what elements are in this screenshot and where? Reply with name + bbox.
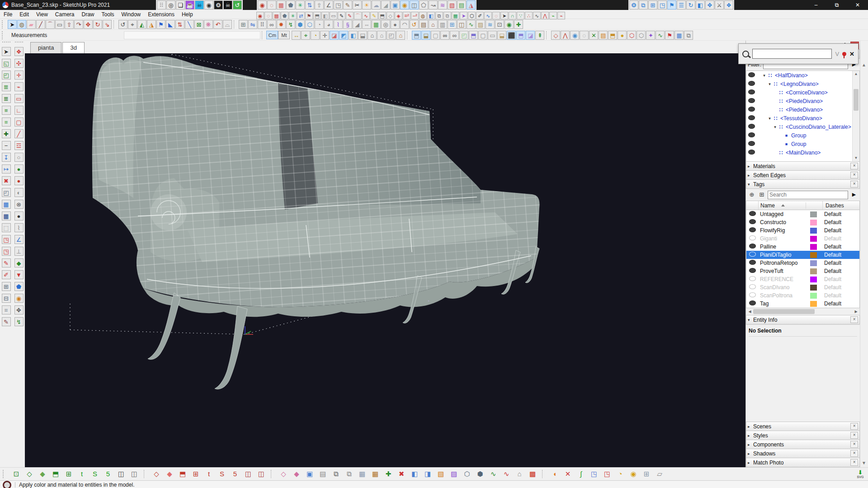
- diamond-white-icon[interactable]: ◇: [387, 12, 394, 19]
- visibility-eye-icon[interactable]: [749, 235, 756, 240]
- visibility-eye-icon[interactable]: [748, 132, 755, 137]
- solid-union-icon[interactable]: ⬢: [296, 20, 305, 29]
- path-dots-icon[interactable]: ⌁: [14, 82, 24, 91]
- toolbar-drag-handle[interactable]: [3, 470, 7, 478]
- ramp-wedge-icon[interactable]: ◢: [381, 0, 390, 9]
- close-icon[interactable]: ×: [850, 172, 858, 178]
- curve-blue-icon[interactable]: ∿: [484, 12, 492, 19]
- penta-blue-icon[interactable]: ⬟: [14, 282, 24, 291]
- rows-gray-icon[interactable]: ▤: [318, 469, 328, 479]
- pin-icon[interactable]: [842, 52, 846, 56]
- tag-color-swatch[interactable]: [810, 285, 817, 291]
- add-tag-icon[interactable]: ⊕: [748, 191, 756, 199]
- roof-box-icon[interactable]: ◰: [387, 31, 396, 40]
- outliner-item[interactable]: ▾∷<CuscinoDivano_Laterale>: [746, 122, 853, 131]
- close-search-icon[interactable]: ✕: [849, 51, 854, 57]
- quad-grid-icon[interactable]: ⊞: [648, 0, 657, 9]
- visibility-eye-icon[interactable]: [748, 107, 755, 112]
- viewport-canvas[interactable]: [25, 53, 745, 467]
- grid-fill-icon[interactable]: ▦: [2, 200, 11, 209]
- expand-arrow-icon[interactable]: ▸: [748, 173, 753, 178]
- shift-loop-icon[interactable]: ↦: [2, 164, 11, 174]
- visibility-eye-icon[interactable]: [749, 284, 756, 289]
- frame-slash-blue-icon[interactable]: ◳: [589, 469, 599, 479]
- net-gray-icon[interactable]: ⬡: [637, 31, 646, 40]
- delete-loop-icon[interactable]: ✖: [2, 176, 11, 185]
- visibility-eye-icon[interactable]: [749, 244, 756, 249]
- menu-tools[interactable]: Tools: [98, 11, 118, 18]
- box-tan-icon[interactable]: ⬓: [497, 31, 506, 40]
- spiral-orange-icon[interactable]: ↺: [410, 20, 419, 29]
- panel-section-styles[interactable]: ▸Styles×: [746, 431, 860, 440]
- triangle-blue-icon[interactable]: ◣: [166, 20, 175, 29]
- diamond-out-green-icon[interactable]: ◇: [24, 469, 34, 479]
- house-small-icon[interactable]: ⌂: [514, 469, 524, 479]
- ring-add-icon[interactable]: ✚: [2, 129, 11, 138]
- visibility-eye-icon[interactable]: [749, 292, 756, 297]
- fan-pink-icon[interactable]: ❋: [204, 20, 213, 29]
- tags-search-input[interactable]: [768, 191, 848, 199]
- black-net-icon[interactable]: ⬡: [468, 12, 476, 19]
- red-frame-alt-icon[interactable]: ◳: [2, 247, 11, 256]
- glasses-light-icon[interactable]: ∞: [450, 31, 459, 40]
- close-icon[interactable]: ×: [850, 316, 858, 323]
- red-dot-line-icon[interactable]: ⌁: [557, 12, 565, 19]
- bolt-green-icon[interactable]: ↯: [14, 317, 24, 326]
- updown-red-icon[interactable]: ⇅: [175, 20, 184, 29]
- swap-arrows-icon[interactable]: ⇄: [297, 12, 305, 19]
- tag-color-swatch[interactable]: [810, 293, 817, 299]
- svg-export-icon[interactable]: ⬇ SVG: [854, 470, 866, 479]
- cubes-red-icon[interactable]: ⊞: [191, 469, 201, 479]
- tag-row[interactable]: REFERENCEDefault: [746, 275, 859, 283]
- book-b-icon[interactable]: ◫: [129, 469, 139, 479]
- tag-dashes-value[interactable]: Default: [821, 284, 859, 291]
- copy-doc-alt-icon[interactable]: ⧉: [443, 12, 451, 19]
- tag-dashes-value[interactable]: Default: [821, 268, 859, 274]
- visibility-eye-icon[interactable]: [749, 219, 756, 224]
- arc-tool-icon[interactable]: ⌒: [46, 20, 55, 29]
- grid-corner-icon[interactable]: ◰: [2, 188, 11, 197]
- gas-mask-icon[interactable]: ☠: [195, 0, 204, 9]
- panel-section-scenes[interactable]: ▸Scenes×: [746, 422, 860, 431]
- tag-dashes-value[interactable]: Default: [821, 211, 859, 217]
- cloud-icon[interactable]: ☁: [372, 0, 381, 9]
- tag-dashes-value[interactable]: Default: [821, 260, 859, 266]
- minus-two-icon[interactable]: −²: [411, 12, 419, 19]
- show-hidden-eye-icon[interactable]: ◉: [204, 0, 213, 9]
- ruler-stamp-icon[interactable]: ◧: [321, 12, 329, 19]
- pin-flag-icon[interactable]: ⚑: [305, 12, 313, 19]
- hash-grid-icon[interactable]: ⌗: [2, 305, 11, 314]
- toolbar-drag-handle[interactable]: [2, 42, 10, 45]
- close-icon[interactable]: ×: [850, 423, 858, 430]
- outliner-item[interactable]: ▾∷<HalfDivano>: [746, 71, 853, 80]
- step-5-green-icon[interactable]: 5: [103, 469, 113, 479]
- sphere-amber-icon[interactable]: ●: [618, 31, 627, 40]
- circle-square-green-icon[interactable]: ⊡: [11, 469, 21, 479]
- text-t-red-icon[interactable]: t: [204, 469, 214, 479]
- a1-frame-icon[interactable]: ◳: [334, 0, 343, 9]
- shell-quarter-icon[interactable]: ◔: [315, 20, 324, 29]
- sun-cubes-icon[interactable]: ☀: [362, 0, 371, 9]
- hatch-orange-icon[interactable]: ▧: [436, 469, 446, 479]
- pump-coil-icon[interactable]: ⌇: [14, 223, 24, 232]
- docs-a-icon[interactable]: ⧉: [331, 469, 341, 479]
- move-tool-icon[interactable]: ✥: [84, 20, 93, 29]
- book-d-icon[interactable]: ◫: [256, 469, 266, 479]
- grid-blue-icon[interactable]: ▦: [675, 31, 684, 40]
- box-top-icon[interactable]: ⬓: [421, 31, 430, 40]
- box-green-x-icon[interactable]: ⊠: [194, 20, 203, 29]
- polyline-red-icon[interactable]: ⋀: [561, 31, 570, 40]
- menu-window[interactable]: Window: [118, 11, 145, 18]
- axes-small-icon[interactable]: ✳: [289, 12, 297, 19]
- scroll-up-icon[interactable]: ▲: [853, 71, 859, 77]
- panel-section-materials[interactable]: ▸Materials×: [746, 161, 860, 171]
- tag-color-swatch[interactable]: [810, 211, 817, 217]
- dots-green-icon[interactable]: ∵: [517, 12, 524, 19]
- target-axes-icon[interactable]: ⌖: [128, 20, 137, 29]
- window-grid-icon[interactable]: ⊞: [448, 20, 457, 29]
- axes-tool-icon[interactable]: ✛: [320, 31, 329, 40]
- cut-red-icon[interactable]: ✕: [563, 469, 573, 479]
- mirror-flip-icon[interactable]: ⇋: [248, 20, 257, 29]
- tags-details-icon[interactable]: ▶: [850, 191, 858, 199]
- text-t-green-icon[interactable]: t: [77, 469, 87, 479]
